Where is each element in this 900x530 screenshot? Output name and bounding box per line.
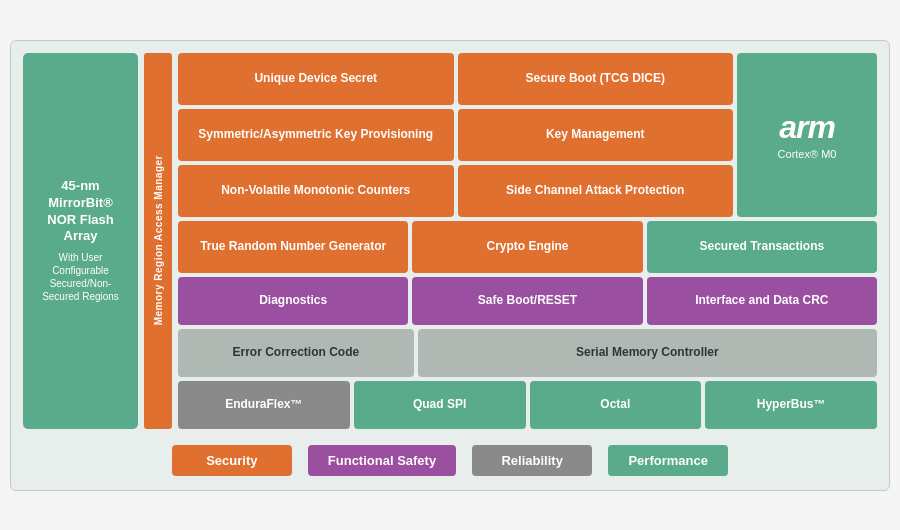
diagram-area: 45-nm MirrorBit® NOR Flash Array With Us… bbox=[23, 53, 877, 429]
cell-hyperbus: HyperBus™ bbox=[705, 381, 877, 429]
memory-bar: Memory Region Access Manager bbox=[144, 53, 172, 429]
grid-row-4: True Random Number Generator Crypto Engi… bbox=[178, 221, 877, 273]
grid-row-3: Non-Volatile Monotonic Counters Side Cha… bbox=[178, 165, 733, 217]
grid-row-7: EnduraFlex™ Quad SPI Octal HyperBus™ bbox=[178, 381, 877, 429]
legend: Security Functional Safety Reliability P… bbox=[23, 439, 877, 478]
cell-error-correction: Error Correction Code bbox=[178, 329, 414, 377]
legend-performance: Performance bbox=[608, 445, 728, 476]
cell-true-random: True Random Number Generator bbox=[178, 221, 408, 273]
cell-enduraflex: EnduraFlex™ bbox=[178, 381, 350, 429]
grid-row-1-wrapper: Unique Device Secret Secure Boot (TCG DI… bbox=[178, 53, 877, 217]
grid-row-5: Diagnostics Safe Boot/RESET Interface an… bbox=[178, 277, 877, 325]
cell-interface-crc: Interface and Data CRC bbox=[647, 277, 877, 325]
arm-block: arm Cortex® M0 bbox=[737, 53, 877, 217]
cell-serial-memory: Serial Memory Controller bbox=[418, 329, 877, 377]
flash-block: 45-nm MirrorBit® NOR Flash Array With Us… bbox=[23, 53, 138, 429]
grid-row-1: Unique Device Secret Secure Boot (TCG DI… bbox=[178, 53, 733, 105]
grid-row-2: Symmetric/Asymmetric Key Provisioning Ke… bbox=[178, 109, 733, 161]
cell-crypto-engine: Crypto Engine bbox=[412, 221, 642, 273]
cell-symmetric-asymmetric: Symmetric/Asymmetric Key Provisioning bbox=[178, 109, 454, 161]
memory-bar-label: Memory Region Access Manager bbox=[153, 155, 164, 325]
legend-security: Security bbox=[172, 445, 292, 476]
cell-non-volatile: Non-Volatile Monotonic Counters bbox=[178, 165, 454, 217]
cell-safe-boot: Safe Boot/RESET bbox=[412, 277, 642, 325]
cell-diagnostics: Diagnostics bbox=[178, 277, 408, 325]
arm-logo: arm bbox=[779, 109, 835, 146]
flash-subtitle: With User Configurable Secured/Non-Secur… bbox=[33, 251, 128, 303]
cells-col-left: Unique Device Secret Secure Boot (TCG DI… bbox=[178, 53, 733, 217]
flash-title: 45-nm MirrorBit® NOR Flash Array bbox=[33, 178, 128, 246]
cell-unique-device-secret: Unique Device Secret bbox=[178, 53, 454, 105]
cell-octal: Octal bbox=[530, 381, 702, 429]
arm-subtitle: Cortex® M0 bbox=[778, 148, 837, 160]
cell-secured-transactions: Secured Transactions bbox=[647, 221, 877, 273]
legend-functional-safety: Functional Safety bbox=[308, 445, 456, 476]
cell-side-channel: Side Channel Attack Protection bbox=[458, 165, 734, 217]
cell-secure-boot: Secure Boot (TCG DICE) bbox=[458, 53, 734, 105]
cell-quad-spi: Quad SPI bbox=[354, 381, 526, 429]
grid-row-6: Error Correction Code Serial Memory Cont… bbox=[178, 329, 877, 377]
cell-key-management: Key Management bbox=[458, 109, 734, 161]
content-grid: Unique Device Secret Secure Boot (TCG DI… bbox=[178, 53, 877, 429]
diagram-container: 45-nm MirrorBit® NOR Flash Array With Us… bbox=[10, 40, 890, 491]
legend-reliability: Reliability bbox=[472, 445, 592, 476]
